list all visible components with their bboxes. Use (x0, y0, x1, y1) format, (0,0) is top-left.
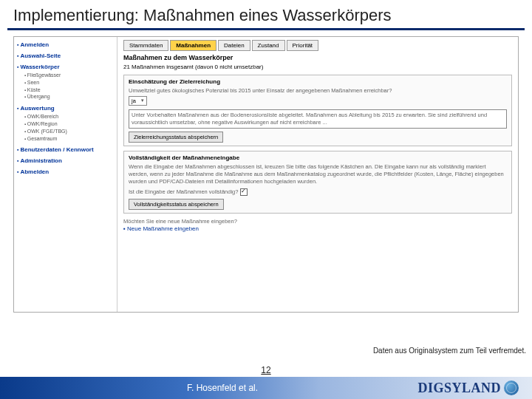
brand-logo: DIGSYLAND (417, 381, 519, 396)
sidebar-subitem[interactable]: Übergang (24, 93, 114, 100)
author-text: F. Hosenfeld et al. (187, 383, 258, 393)
main-content: Stammdaten Maßnahmen Dateien Zustand Pri… (117, 37, 518, 235)
title-underline (7, 28, 525, 30)
sidebar-subitem[interactable]: Fließgewässer (24, 72, 114, 79)
sidebar-item-abmelden[interactable]: Abmelden (17, 168, 114, 175)
brand-text: DIGSYLAND (417, 381, 501, 396)
vollstaendig-checkbox[interactable] (240, 188, 248, 196)
ziel-textarea[interactable]: Unter Vorbehalten Maßnahmen aus der Bode… (129, 109, 507, 129)
sidebar-subitem[interactable]: OWK (FGE/TBG) (24, 128, 114, 135)
sidebar-item-auswertung[interactable]: Auswertung (17, 105, 114, 112)
panel-zielerreichung: Einschätzung der Zielerreichung Umweltzi… (123, 75, 512, 146)
sidebar-item-admin[interactable]: Administration (17, 157, 114, 164)
panel-title: Vollständigkeit der Maßnahmeneingabe (129, 154, 507, 161)
panel-vollstaendigkeit: Vollständigkeit der Maßnahmeneingabe Wen… (123, 151, 512, 214)
save-vollstaendig-button[interactable]: Vollständigkeitsstatus abspeichern (129, 199, 224, 210)
tab-stammdaten[interactable]: Stammdaten (123, 40, 168, 51)
sidebar-item-anmelden[interactable]: Anmelden (17, 41, 114, 48)
tab-dateien[interactable]: Dateien (218, 40, 250, 51)
tab-bar: Stammdaten Maßnahmen Dateien Zustand Pri… (123, 40, 512, 51)
panel-text: Wenn die Eingabe der Maßnahmen abgeschlo… (129, 163, 507, 185)
tab-zustand[interactable]: Zustand (252, 40, 285, 51)
save-ziel-button[interactable]: Zielerreichungsstatus abspeichern (129, 132, 223, 143)
sidebar-subitem[interactable]: Küste (24, 86, 114, 94)
sidebar-subitem[interactable]: Gesamtraum (24, 135, 114, 143)
section-heading: Maßnahmen zu dem Wasserkörper (123, 54, 512, 61)
footer: 12 F. Hosenfeld et al. DIGSYLAND (0, 365, 532, 399)
disclaimer-text: Daten aus Originalsystem zum Teil verfre… (373, 347, 526, 355)
panel-title: Einschätzung der Zielerreichung (129, 78, 507, 85)
ziel-select[interactable]: ja (129, 96, 147, 106)
sidebar-subitem[interactable]: Seen (24, 79, 114, 86)
app-screenshot: Anmelden Auswahl-Seite Wasserkörper Flie… (13, 36, 519, 313)
tab-prioritaet[interactable]: Priorität (287, 40, 319, 51)
page-number: 12 (0, 365, 532, 375)
sidebar: Anmelden Auswahl-Seite Wasserkörper Flie… (14, 37, 117, 312)
slide-title: Implementierung: Maßnahmen eines Wasserk… (0, 0, 532, 28)
sidebar-item-wasserkoerper[interactable]: Wasserkörper (17, 64, 114, 70)
sidebar-subitem[interactable]: OWK/Region (24, 120, 114, 128)
sidebar-subitem[interactable]: OWK/Bereich (24, 113, 114, 120)
new-question: Möchten Sie eine neue Maßnahme eingeben? (123, 218, 512, 225)
summary-line: 21 Maßnahmen insgesamt (davon 0 nicht um… (123, 64, 512, 70)
sidebar-item-auswahl[interactable]: Auswahl-Seite (17, 52, 114, 59)
sidebar-item-benutzer[interactable]: Benutzerdaten / Kennwort (17, 146, 114, 153)
checkbox-label: Ist die Eingabe der Maßnahmen vollständi… (129, 188, 238, 195)
globe-icon (504, 381, 519, 395)
new-massnahme-link[interactable]: ▪ Neue Maßnahme eingeben (123, 225, 512, 232)
tab-massnahmen[interactable]: Maßnahmen (170, 40, 216, 51)
panel-question: Umweltziel gutes ökologisches Potenzial … (129, 87, 507, 95)
